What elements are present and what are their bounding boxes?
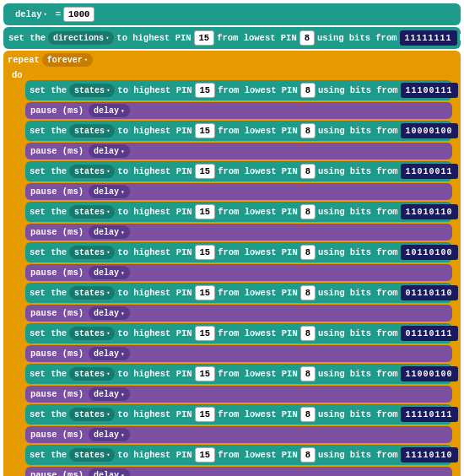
pause-label-8: pause (ms) <box>30 430 84 440</box>
states-pill-3[interactable]: states ▾ <box>69 205 115 219</box>
states-pill-0[interactable]: states ▾ <box>69 84 115 97</box>
from-lowest-4: from lowest PIN <box>218 247 298 257</box>
pin8-set-8[interactable]: 8 <box>300 407 316 422</box>
using-bits-7: using bits from <box>318 369 398 379</box>
delay-ref-pill-7[interactable]: delay ▾ <box>89 387 130 401</box>
binary-lbl-7: binary <box>461 369 464 379</box>
states-pill-2[interactable]: states ▾ <box>69 165 115 178</box>
delay-ref-pill-0[interactable]: delay ▾ <box>89 104 130 117</box>
delay-ref-label-4: delay <box>94 268 119 278</box>
states-pill-6[interactable]: states ▾ <box>69 327 115 340</box>
delay-ref-pill-9[interactable]: delay ▾ <box>89 468 130 476</box>
pause-label-2: pause (ms) <box>30 187 84 197</box>
set-text-6: set the <box>30 328 67 338</box>
states-arrow-4: ▾ <box>106 249 110 256</box>
pause-block-4: pause (ms) delay ▾ <box>25 264 452 281</box>
delay-ref-arrow-1: ▾ <box>121 148 125 155</box>
set-states-block-0: set the states ▾ to highest PIN 15 from … <box>25 80 452 100</box>
pin15-set-7[interactable]: 15 <box>195 366 216 381</box>
to-highest-5: to highest PIN <box>117 288 192 298</box>
to-highest-text-1: to highest PIN <box>116 33 191 43</box>
pause-block-7: pause (ms) delay ▾ <box>25 386 452 403</box>
set-text-9: set the <box>30 450 67 460</box>
set-text-0: set the <box>30 85 67 95</box>
pause-label-0: pause (ms) <box>30 105 84 116</box>
pin15-set-1[interactable]: 15 <box>195 123 216 138</box>
pin15-set-5[interactable]: 15 <box>195 285 216 300</box>
directions-pill[interactable]: directions ▾ <box>48 31 114 45</box>
set-text-1: set the <box>8 33 46 43</box>
using-bits-3: using bits from <box>318 207 398 217</box>
pin8-set-1[interactable]: 8 <box>300 123 316 138</box>
pin15-set-8[interactable]: 15 <box>195 407 216 422</box>
pin8-set-7[interactable]: 8 <box>300 366 316 381</box>
pin8-set-4[interactable]: 8 <box>300 245 316 260</box>
delay-value-box[interactable]: 1000 <box>63 7 94 22</box>
pause-block-6: pause (ms) delay ▾ <box>25 345 452 362</box>
delay-ref-arrow-6: ▾ <box>121 350 125 358</box>
pin15-1[interactable]: 15 <box>194 30 215 46</box>
pin15-set-6[interactable]: 15 <box>195 326 216 341</box>
binary-0: 11100111 <box>401 83 458 98</box>
forever-pill[interactable]: forever ▾ <box>42 53 93 67</box>
pin8-set-3[interactable]: 8 <box>300 204 316 219</box>
delay-ref-label-8: delay <box>94 430 119 440</box>
pin8-set-9[interactable]: 8 <box>300 447 316 462</box>
delay-ref-pill-1[interactable]: delay ▾ <box>89 144 130 158</box>
main-container: delay ▾ = 1000 set the directions ▾ to h… <box>0 0 464 476</box>
from-lowest-text-1: from lowest PIN <box>217 33 297 43</box>
set-states-block-6: set the states ▾ to highest PIN 15 from … <box>25 323 452 343</box>
delay-ref-arrow-9: ▾ <box>121 472 125 477</box>
delay-ref-pill-8[interactable]: delay ▾ <box>89 428 130 441</box>
states-label-0: states <box>74 86 105 95</box>
pin8-set-5[interactable]: 8 <box>300 285 316 300</box>
delay-pill-top[interactable]: delay ▾ <box>9 7 53 22</box>
delay-ref-pill-4[interactable]: delay ▾ <box>89 266 130 279</box>
directions-label: directions <box>53 34 104 43</box>
states-label-8: states <box>74 410 105 419</box>
pin8-set-6[interactable]: 8 <box>300 326 316 341</box>
binary-2: 11010011 <box>401 164 458 179</box>
from-lowest-7: from lowest PIN <box>218 369 298 379</box>
delay-ref-label-1: delay <box>94 147 119 156</box>
binary-5: 01110110 <box>401 285 458 300</box>
pause-block-1: pause (ms) delay ▾ <box>25 143 452 160</box>
pause-label-6: pause (ms) <box>30 349 84 359</box>
delay-ref-label-6: delay <box>94 349 119 359</box>
binary-3: 11010110 <box>401 204 458 219</box>
pin8-set-0[interactable]: 8 <box>300 83 316 98</box>
pin15-set-4[interactable]: 15 <box>195 245 216 260</box>
pin15-set-9[interactable]: 15 <box>195 447 216 462</box>
delay-ref-pill-2[interactable]: delay ▾ <box>89 185 130 198</box>
pin8-set-2[interactable]: 8 <box>300 164 316 179</box>
pin8-1[interactable]: 8 <box>299 30 315 46</box>
states-pill-1[interactable]: states ▾ <box>69 124 115 138</box>
states-pill-8[interactable]: states ▾ <box>69 408 115 421</box>
set-states-block-9: set the states ▾ to highest PIN 15 from … <box>25 445 452 465</box>
directions-arrow: ▾ <box>105 35 109 41</box>
states-pill-7[interactable]: states ▾ <box>69 367 115 381</box>
states-pill-5[interactable]: states ▾ <box>69 286 115 300</box>
using-bits-6: using bits from <box>318 328 398 338</box>
binary-lbl-6: binary <box>461 328 464 338</box>
from-lowest-9: from lowest PIN <box>218 450 298 460</box>
pin15-set-2[interactable]: 15 <box>195 164 216 179</box>
delay-ref-arrow-3: ▾ <box>121 229 125 236</box>
pin15-set-0[interactable]: 15 <box>195 83 216 98</box>
using-bits-5: using bits from <box>318 288 398 298</box>
pause-label-4: pause (ms) <box>30 268 84 278</box>
delay-ref-pill-5[interactable]: delay ▾ <box>89 306 130 320</box>
delay-ref-pill-6[interactable]: delay ▾ <box>89 347 130 360</box>
states-arrow-3: ▾ <box>106 208 110 215</box>
set-text-3: set the <box>30 207 67 217</box>
pause-label-1: pause (ms) <box>30 146 84 156</box>
states-pill-4[interactable]: states ▾ <box>69 246 115 259</box>
set-text-4: set the <box>30 247 67 257</box>
delay-ref-pill-3[interactable]: delay ▾ <box>89 225 130 239</box>
set-states-block-1: set the states ▾ to highest PIN 15 from … <box>25 121 452 141</box>
set-text-7: set the <box>30 369 67 379</box>
pin15-set-3[interactable]: 15 <box>195 204 216 219</box>
states-pill-9[interactable]: states ▾ <box>69 448 115 462</box>
binary-8: 11110111 <box>401 407 458 422</box>
to-highest-4: to highest PIN <box>117 247 192 257</box>
